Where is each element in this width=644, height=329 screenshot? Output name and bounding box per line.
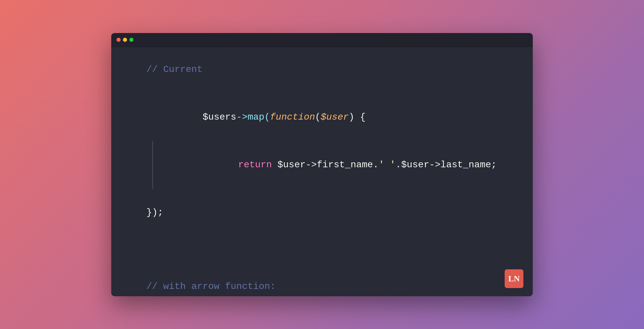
section-current: // Current $users->map(function($user) {… [146,62,498,221]
line-users-map-function: $users->map(function($user) { [146,93,498,141]
code-block: // Current $users->map(function($user) {… [146,62,498,296]
maximize-button[interactable] [129,38,133,42]
logo-text: LN [508,274,520,283]
titlebar [111,33,533,47]
brace-open: ) { [349,112,366,123]
close-button[interactable] [117,38,121,42]
comment-current: // Current [146,62,498,77]
string-space: ' ' [379,159,396,170]
line-close-brace-1: }); [146,205,498,221]
var-users: $users [203,112,236,123]
paren-open: ( [315,112,321,123]
keyword-function: function [270,112,315,123]
user-lastname: .$user->last_name; [395,159,497,170]
section-arrow: // with arrow function: $users->map( fn(… [146,279,498,296]
comment-arrow: // with arrow function: [146,279,498,294]
logo-badge: LN [505,269,523,288]
user-firstname: $user->first_name. [278,159,379,170]
param-user-1: $user [321,112,349,123]
arrow-op-1: -> [236,112,247,123]
keyword-return: return [238,159,277,170]
method-map-1: map( [248,112,270,123]
traffic-lights [117,38,133,42]
minimize-button[interactable] [123,38,127,42]
code-editor-window: // Current $users->map(function($user) {… [111,33,533,296]
line-return: return $user->first_name.' '.$user->last… [171,141,498,189]
code-area: // Current $users->map(function($user) {… [111,47,533,296]
